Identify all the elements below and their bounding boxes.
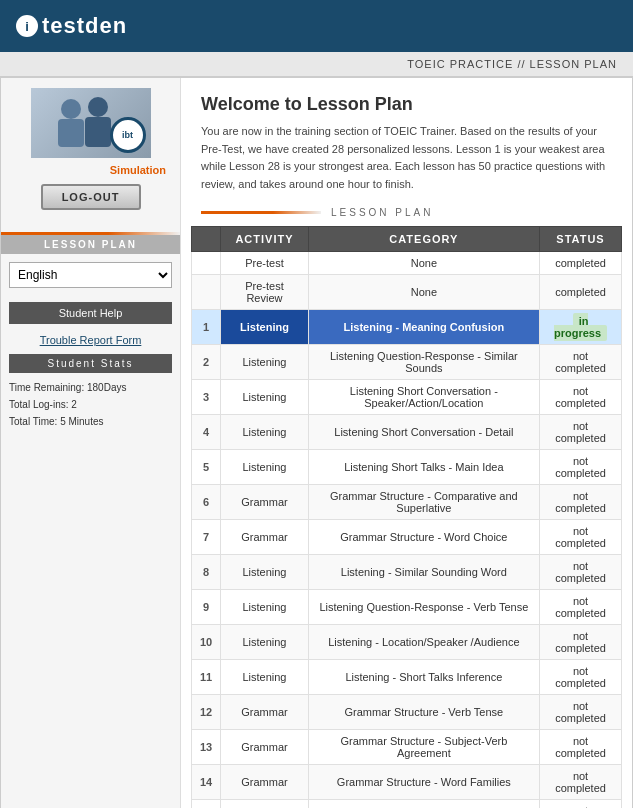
lesson-plan-bar-header: LESSON PLAN	[181, 203, 632, 222]
activity-cell: Grammar	[221, 765, 308, 800]
category-cell: Grammar Structure - Comparative and Supe…	[308, 485, 539, 520]
table-row[interactable]: 11ListeningListening - Short Talks Infer…	[192, 660, 622, 695]
status-cell: not completed	[540, 590, 622, 625]
category-cell: Listening - Meaning Confusion	[308, 310, 539, 345]
row-number: 14	[192, 765, 221, 800]
row-number: 4	[192, 415, 221, 450]
sidebar-image-inner: ibt	[31, 88, 151, 158]
activity-cell: Listening	[221, 415, 308, 450]
main-container: ibt Simulation LOG-OUT LESSON PLAN Engli…	[0, 77, 633, 808]
category-cell: Grammar Structure - Verb Tense	[308, 695, 539, 730]
content-description: You are now in the training section of T…	[201, 123, 612, 193]
status-cell: not completed	[540, 695, 622, 730]
status-cell: not completed	[540, 555, 622, 590]
page-title: Welcome to Lesson Plan	[201, 94, 612, 115]
row-number: 15	[192, 800, 221, 808]
category-cell: Listening - Short Talks Inference	[308, 660, 539, 695]
category-cell: Listening Short Conversation - Speaker/A…	[308, 380, 539, 415]
logo-text: testden	[42, 13, 127, 39]
content-header: Welcome to Lesson Plan You are now in th…	[181, 78, 632, 203]
table-row[interactable]: 2ListeningListening Question-Response - …	[192, 345, 622, 380]
status-cell: not completed	[540, 485, 622, 520]
category-cell: Grammar Structure - Word Families	[308, 765, 539, 800]
svg-point-0	[61, 99, 81, 119]
row-number: 9	[192, 590, 221, 625]
status-cell: not completed	[540, 765, 622, 800]
lesson-plan-label: LESSON PLAN	[331, 207, 433, 218]
table-row[interactable]: 15GrammarGrammar Structure - Preposition…	[192, 800, 622, 808]
status-cell: not completed	[540, 660, 622, 695]
table-row[interactable]: 9ListeningListening Question-Response - …	[192, 590, 622, 625]
activity-cell: Grammar	[221, 800, 308, 808]
content: Welcome to Lesson Plan You are now in th…	[181, 78, 632, 808]
status-cell: not completed	[540, 520, 622, 555]
table-row[interactable]: 8ListeningListening - Similar Sounding W…	[192, 555, 622, 590]
activity-cell: Pre-test	[221, 252, 308, 275]
category-cell: Listening - Similar Sounding Word	[308, 555, 539, 590]
row-number: 5	[192, 450, 221, 485]
col-activity: ACTIVITY	[221, 227, 308, 252]
category-cell: Listening - Location/Speaker /Audience	[308, 625, 539, 660]
total-logins: Total Log-ins: 2	[9, 396, 172, 413]
activity-cell: Grammar	[221, 520, 308, 555]
lesson-plan-accent-bar	[201, 211, 321, 214]
category-cell: Listening Short Talks - Main Idea	[308, 450, 539, 485]
col-status: STATUS	[540, 227, 622, 252]
language-select-wrap: English	[1, 254, 180, 296]
activity-cell: Grammar	[221, 695, 308, 730]
table-wrap: ACTIVITY CATEGORY STATUS Pre-testNonecom…	[181, 226, 632, 808]
category-cell: None	[308, 252, 539, 275]
logout-button[interactable]: LOG-OUT	[41, 184, 141, 210]
lesson-plan-section-header: LESSON PLAN	[1, 235, 180, 254]
activity-cell: Listening	[221, 625, 308, 660]
total-time: Total Time: 5 Minutes	[9, 413, 172, 430]
logo: i testden	[16, 13, 127, 39]
category-cell: None	[308, 275, 539, 310]
col-category: CATEGORY	[308, 227, 539, 252]
breadcrumb: TOEIC PRACTICE // LESSON PLAN	[0, 52, 633, 77]
status-cell: not completed	[540, 450, 622, 485]
table-head: ACTIVITY CATEGORY STATUS	[192, 227, 622, 252]
table-row[interactable]: 5ListeningListening Short Talks - Main I…	[192, 450, 622, 485]
table-row[interactable]: 7GrammarGrammar Structure - Word Choicen…	[192, 520, 622, 555]
sidebar-top: ibt Simulation LOG-OUT	[1, 78, 180, 232]
sidebar-image: ibt	[31, 88, 151, 158]
status-cell: not completed	[540, 800, 622, 808]
language-select[interactable]: English	[9, 262, 172, 288]
category-cell: Grammar Structure - Word Choice	[308, 520, 539, 555]
table-row[interactable]: 10ListeningListening - Location/Speaker …	[192, 625, 622, 660]
student-stats: Time Remaining: 180Days Total Log-ins: 2…	[1, 373, 180, 436]
table-row[interactable]: 6GrammarGrammar Structure - Comparative …	[192, 485, 622, 520]
table-row[interactable]: 4ListeningListening Short Conversation -…	[192, 415, 622, 450]
activity-cell: Pre-test Review	[221, 275, 308, 310]
trouble-report-link[interactable]: Trouble Report Form	[1, 330, 180, 350]
svg-rect-1	[58, 119, 84, 147]
row-number: 2	[192, 345, 221, 380]
student-stats-header: Student Stats	[9, 354, 172, 373]
table-row[interactable]: 13GrammarGrammar Structure - Subject-Ver…	[192, 730, 622, 765]
header: i testden	[0, 0, 633, 52]
table-row[interactable]: 3ListeningListening Short Conversation -…	[192, 380, 622, 415]
table-row[interactable]: 14GrammarGrammar Structure - Word Famili…	[192, 765, 622, 800]
table-header-row: ACTIVITY CATEGORY STATUS	[192, 227, 622, 252]
col-num	[192, 227, 221, 252]
row-number: 6	[192, 485, 221, 520]
status-cell: not completed	[540, 625, 622, 660]
student-help-button[interactable]: Student Help	[9, 302, 172, 324]
table-row[interactable]: 12GrammarGrammar Structure - Verb Tensen…	[192, 695, 622, 730]
status-badge: in progress	[554, 313, 607, 341]
row-number: 12	[192, 695, 221, 730]
status-cell: not completed	[540, 415, 622, 450]
table-row[interactable]: Pre-test ReviewNonecompleted	[192, 275, 622, 310]
activity-cell: Listening	[221, 450, 308, 485]
ibt-badge: ibt	[110, 117, 146, 153]
row-number	[192, 252, 221, 275]
table-row[interactable]: 1ListeningListening - Meaning Confusioni…	[192, 310, 622, 345]
activity-cell: Grammar	[221, 730, 308, 765]
activity-cell: Listening	[221, 590, 308, 625]
table-row[interactable]: Pre-testNonecompleted	[192, 252, 622, 275]
activity-cell: Listening	[221, 310, 308, 345]
category-cell: Listening Question-Response - Similar So…	[308, 345, 539, 380]
row-number: 10	[192, 625, 221, 660]
category-cell: Listening Short Conversation - Detail	[308, 415, 539, 450]
